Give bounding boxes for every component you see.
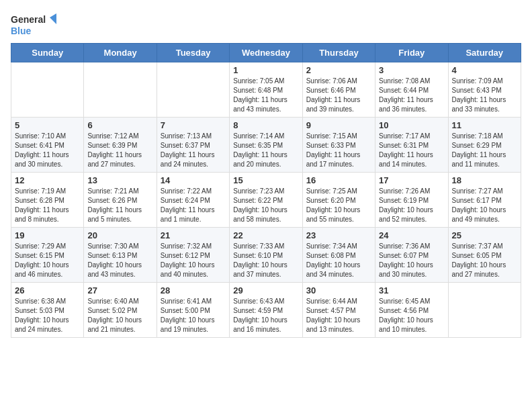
day-info: Sunrise: 7:25 AM Sunset: 6:20 PM Dayligh… — [306, 187, 371, 224]
day-number: 5 — [15, 120, 80, 130]
day-number: 19 — [15, 230, 80, 240]
calendar-header: SundayMondayTuesdayWednesdayThursdayFrid… — [11, 44, 521, 62]
calendar-cell — [448, 283, 521, 338]
calendar-cell: 9Sunrise: 7:15 AM Sunset: 6:33 PM Daylig… — [302, 118, 375, 173]
calendar-body: 1Sunrise: 7:05 AM Sunset: 6:48 PM Daylig… — [11, 62, 521, 338]
calendar-week-row: 1Sunrise: 7:05 AM Sunset: 6:48 PM Daylig… — [11, 62, 521, 118]
calendar-cell: 19Sunrise: 7:29 AM Sunset: 6:15 PM Dayli… — [11, 228, 84, 283]
day-info: Sunrise: 7:26 AM Sunset: 6:19 PM Dayligh… — [379, 187, 444, 224]
day-number: 11 — [452, 120, 517, 130]
weekday-row: SundayMondayTuesdayWednesdayThursdayFrid… — [11, 44, 521, 62]
logo-icon: GeneralBlue — [11, 11, 58, 38]
day-number: 3 — [379, 65, 444, 75]
day-number: 8 — [233, 120, 298, 130]
day-number: 6 — [87, 120, 152, 130]
day-info: Sunrise: 7:08 AM Sunset: 6:44 PM Dayligh… — [379, 77, 444, 114]
day-number: 17 — [379, 175, 444, 185]
day-number: 10 — [379, 120, 444, 130]
calendar-cell: 6Sunrise: 7:12 AM Sunset: 6:39 PM Daylig… — [84, 118, 157, 173]
day-number: 27 — [87, 285, 152, 295]
page-header: GeneralBlue — [11, 11, 521, 38]
calendar-cell: 27Sunrise: 6:40 AM Sunset: 5:02 PM Dayli… — [84, 283, 157, 338]
calendar-cell: 4Sunrise: 7:09 AM Sunset: 6:43 PM Daylig… — [448, 62, 521, 118]
day-number: 20 — [87, 230, 152, 240]
svg-text:General: General — [11, 14, 46, 25]
calendar-cell: 8Sunrise: 7:14 AM Sunset: 6:35 PM Daylig… — [230, 118, 302, 173]
day-number: 18 — [452, 175, 517, 185]
calendar-cell: 5Sunrise: 7:10 AM Sunset: 6:41 PM Daylig… — [11, 118, 84, 173]
day-number: 2 — [306, 65, 371, 75]
calendar-cell: 22Sunrise: 7:33 AM Sunset: 6:10 PM Dayli… — [230, 228, 302, 283]
calendar-cell: 21Sunrise: 7:32 AM Sunset: 6:12 PM Dayli… — [157, 228, 229, 283]
calendar-cell: 1Sunrise: 7:05 AM Sunset: 6:48 PM Daylig… — [230, 62, 302, 118]
day-info: Sunrise: 7:29 AM Sunset: 6:15 PM Dayligh… — [15, 242, 80, 279]
calendar-cell: 18Sunrise: 7:27 AM Sunset: 6:17 PM Dayli… — [448, 173, 521, 228]
day-number: 23 — [306, 230, 371, 240]
day-info: Sunrise: 6:43 AM Sunset: 4:59 PM Dayligh… — [233, 297, 298, 334]
calendar-cell: 15Sunrise: 7:23 AM Sunset: 6:22 PM Dayli… — [230, 173, 302, 228]
day-info: Sunrise: 7:17 AM Sunset: 6:31 PM Dayligh… — [379, 132, 444, 169]
day-number: 4 — [452, 65, 517, 75]
weekday-header: Wednesday — [230, 44, 302, 62]
calendar-week-row: 12Sunrise: 7:19 AM Sunset: 6:28 PM Dayli… — [11, 173, 521, 228]
day-info: Sunrise: 7:18 AM Sunset: 6:29 PM Dayligh… — [452, 132, 517, 169]
calendar-table: SundayMondayTuesdayWednesdayThursdayFrid… — [11, 43, 521, 338]
weekday-header: Monday — [84, 44, 157, 62]
day-info: Sunrise: 7:10 AM Sunset: 6:41 PM Dayligh… — [15, 132, 80, 169]
calendar-cell: 20Sunrise: 7:30 AM Sunset: 6:13 PM Dayli… — [84, 228, 157, 283]
calendar-cell — [11, 62, 84, 118]
day-info: Sunrise: 6:41 AM Sunset: 5:00 PM Dayligh… — [161, 297, 226, 334]
weekday-header: Tuesday — [157, 44, 229, 62]
calendar-cell: 2Sunrise: 7:06 AM Sunset: 6:46 PM Daylig… — [302, 62, 375, 118]
day-number: 13 — [87, 175, 152, 185]
calendar-week-row: 5Sunrise: 7:10 AM Sunset: 6:41 PM Daylig… — [11, 118, 521, 173]
day-info: Sunrise: 7:05 AM Sunset: 6:48 PM Dayligh… — [233, 77, 298, 114]
calendar-cell — [84, 62, 157, 118]
day-info: Sunrise: 7:36 AM Sunset: 6:07 PM Dayligh… — [379, 242, 444, 279]
calendar-cell: 17Sunrise: 7:26 AM Sunset: 6:19 PM Dayli… — [375, 173, 448, 228]
calendar-cell: 14Sunrise: 7:22 AM Sunset: 6:24 PM Dayli… — [157, 173, 229, 228]
day-info: Sunrise: 6:44 AM Sunset: 4:57 PM Dayligh… — [306, 297, 371, 334]
day-number: 25 — [452, 230, 517, 240]
calendar-cell: 30Sunrise: 6:44 AM Sunset: 4:57 PM Dayli… — [302, 283, 375, 338]
svg-marker-2 — [50, 13, 56, 24]
day-number: 14 — [161, 175, 226, 185]
day-info: Sunrise: 6:45 AM Sunset: 4:56 PM Dayligh… — [379, 297, 444, 334]
calendar-cell: 11Sunrise: 7:18 AM Sunset: 6:29 PM Dayli… — [448, 118, 521, 173]
calendar-cell: 25Sunrise: 7:37 AM Sunset: 6:05 PM Dayli… — [448, 228, 521, 283]
day-number: 28 — [161, 285, 226, 295]
day-number: 22 — [233, 230, 298, 240]
day-info: Sunrise: 7:19 AM Sunset: 6:28 PM Dayligh… — [15, 187, 80, 224]
day-info: Sunrise: 7:09 AM Sunset: 6:43 PM Dayligh… — [452, 77, 517, 114]
weekday-header: Friday — [375, 44, 448, 62]
day-number: 31 — [379, 285, 444, 295]
calendar-cell: 29Sunrise: 6:43 AM Sunset: 4:59 PM Dayli… — [230, 283, 302, 338]
day-number: 16 — [306, 175, 371, 185]
svg-text:Blue: Blue — [11, 26, 32, 36]
day-number: 1 — [233, 65, 298, 75]
calendar-cell: 16Sunrise: 7:25 AM Sunset: 6:20 PM Dayli… — [302, 173, 375, 228]
day-info: Sunrise: 7:23 AM Sunset: 6:22 PM Dayligh… — [233, 187, 298, 224]
calendar-cell: 3Sunrise: 7:08 AM Sunset: 6:44 PM Daylig… — [375, 62, 448, 118]
day-number: 24 — [379, 230, 444, 240]
day-number: 26 — [15, 285, 80, 295]
calendar-cell: 13Sunrise: 7:21 AM Sunset: 6:26 PM Dayli… — [84, 173, 157, 228]
day-info: Sunrise: 7:21 AM Sunset: 6:26 PM Dayligh… — [87, 187, 152, 224]
calendar-week-row: 26Sunrise: 6:38 AM Sunset: 5:03 PM Dayli… — [11, 283, 521, 338]
day-info: Sunrise: 7:13 AM Sunset: 6:37 PM Dayligh… — [161, 132, 226, 169]
day-info: Sunrise: 7:33 AM Sunset: 6:10 PM Dayligh… — [233, 242, 298, 279]
calendar-cell: 23Sunrise: 7:34 AM Sunset: 6:08 PM Dayli… — [302, 228, 375, 283]
calendar-cell — [157, 62, 229, 118]
weekday-header: Thursday — [302, 44, 375, 62]
day-number: 29 — [233, 285, 298, 295]
day-info: Sunrise: 7:12 AM Sunset: 6:39 PM Dayligh… — [87, 132, 152, 169]
calendar-cell: 26Sunrise: 6:38 AM Sunset: 5:03 PM Dayli… — [11, 283, 84, 338]
calendar-cell: 12Sunrise: 7:19 AM Sunset: 6:28 PM Dayli… — [11, 173, 84, 228]
day-info: Sunrise: 7:34 AM Sunset: 6:08 PM Dayligh… — [306, 242, 371, 279]
day-number: 9 — [306, 120, 371, 130]
calendar-cell: 24Sunrise: 7:36 AM Sunset: 6:07 PM Dayli… — [375, 228, 448, 283]
day-number: 21 — [161, 230, 226, 240]
calendar-week-row: 19Sunrise: 7:29 AM Sunset: 6:15 PM Dayli… — [11, 228, 521, 283]
day-info: Sunrise: 6:38 AM Sunset: 5:03 PM Dayligh… — [15, 297, 80, 334]
weekday-header: Sunday — [11, 44, 84, 62]
